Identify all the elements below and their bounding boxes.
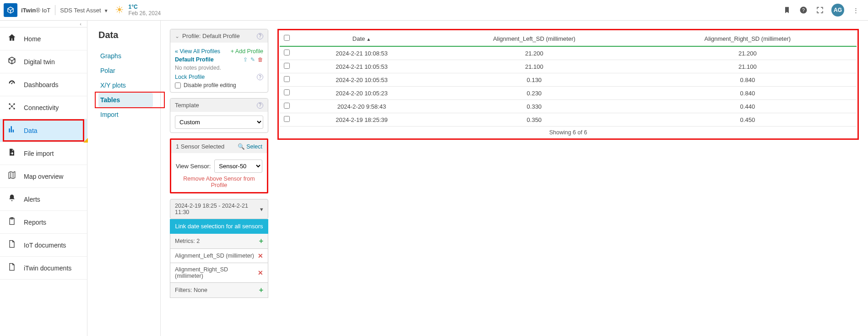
template-select[interactable]: Custom — [175, 116, 263, 129]
sensor-panel-title: 1 Sensor Selected — [176, 143, 224, 150]
avatar[interactable]: AG — [831, 4, 844, 17]
weather-date: Feb 26, 2024 — [129, 10, 161, 17]
cell-date: 2024-2-19 18:25:39 — [293, 113, 430, 127]
nav-item-itwin-documents[interactable]: iTwin documents — [0, 257, 87, 280]
top-header: iTwin® IoT SDS Test Asset▼ ☀ 1°C Feb 26,… — [0, 0, 868, 21]
nav-item-connectivity[interactable]: Connectivity — [0, 96, 87, 119]
add-profile-link[interactable]: + Add Profile — [231, 48, 263, 55]
template-panel-title: Template — [175, 102, 199, 109]
remove-sensor-link[interactable]: Remove Above Sensor from Profile — [176, 176, 262, 188]
cell-right: 0.440 — [639, 100, 857, 113]
indicator-icon — [83, 138, 88, 143]
table-row: 2024-2-20 9:58:430.3300.440 — [280, 100, 857, 113]
link-date-button[interactable]: Link date selection for all sensors — [170, 219, 268, 234]
remove-metric-button[interactable]: ✕ — [258, 269, 263, 276]
asset-selector[interactable]: SDS Test Asset▼ — [60, 7, 108, 14]
row-checkbox[interactable] — [284, 63, 290, 69]
divider — [55, 5, 55, 15]
row-checkbox[interactable] — [284, 116, 290, 122]
help-icon[interactable]: ? — [257, 74, 263, 80]
help-icon[interactable]: ? — [798, 5, 808, 15]
table-row: 2024-2-20 10:05:530.1300.840 — [280, 73, 857, 87]
template-panel: Template ? Custom — [170, 98, 268, 133]
col-header-right[interactable]: Alignment_Right_SD (millimeter) — [639, 31, 857, 46]
bookmark-icon[interactable] — [782, 5, 792, 15]
subnav-item-x-y-plots[interactable]: X/Y plots — [98, 78, 153, 93]
nav-item-label: Reports — [24, 219, 46, 226]
collapse-nav-button[interactable]: ‹ — [0, 21, 87, 28]
edit-icon[interactable]: ✎ — [250, 56, 255, 63]
nav-item-digital-twin[interactable]: Digital twin — [0, 50, 87, 73]
nav-item-label: Data — [24, 127, 38, 134]
table-row: 2024-2-19 18:25:390.3500.450 — [280, 113, 857, 127]
nav-item-label: Dashboards — [24, 81, 59, 88]
sensor-panel: 1 Sensor Selected 🔍 Select View Sensor: … — [170, 138, 268, 193]
nav-item-data[interactable]: Data — [0, 119, 87, 142]
row-checkbox[interactable] — [284, 103, 290, 109]
svg-text:?: ? — [802, 7, 805, 13]
product-name: iTwin® IoT — [21, 7, 50, 14]
metrics-header-row: Metrics: 2 + — [170, 234, 268, 249]
left-nav: ‹ HomeDigital twinDashboardsConnectivity… — [0, 21, 87, 336]
main-content: ⌄ Profile: Default Profile ? « View All … — [161, 21, 868, 336]
view-sensor-select[interactable]: Sensor-50 — [214, 160, 262, 173]
cell-date: 2024-2-20 10:05:23 — [293, 87, 430, 100]
cell-left: 21.100 — [430, 60, 639, 73]
add-filter-button[interactable]: + — [259, 286, 263, 294]
weather-temp: 1°C — [129, 4, 161, 10]
cell-date: 2024-2-21 10:05:53 — [293, 60, 430, 73]
fullscreen-icon[interactable] — [815, 5, 825, 15]
add-metric-button[interactable]: + — [259, 237, 263, 245]
share-icon[interactable]: ⇪ — [243, 56, 248, 63]
nav-item-alerts[interactable]: Alerts — [0, 188, 87, 211]
row-checkbox[interactable] — [284, 89, 290, 95]
metric-row: Alignment_Right_SD (millimeter) ✕ — [170, 263, 268, 283]
cell-right: 21.100 — [639, 60, 857, 73]
select-sensor-link[interactable]: 🔍 Select — [238, 143, 262, 150]
bell-icon — [7, 193, 18, 205]
subnav-item-graphs[interactable]: Graphs — [98, 49, 153, 63]
subnav-item-tables[interactable]: Tables — [98, 93, 153, 107]
sun-icon: ☀ — [115, 4, 124, 16]
sort-asc-icon: ▲ — [366, 37, 371, 42]
disable-editing-checkbox[interactable]: Disable profile editing — [175, 82, 263, 88]
help-icon[interactable]: ? — [257, 102, 263, 109]
row-checkbox[interactable] — [284, 76, 290, 82]
cell-right: 0.840 — [639, 87, 857, 100]
row-checkbox[interactable] — [284, 50, 290, 55]
filters-row: Filters: None + — [170, 283, 268, 298]
view-all-profiles-link[interactable]: « View All Profiles — [175, 48, 220, 55]
col-header-left[interactable]: Alignment_Left_SD (millimeter) — [430, 31, 639, 46]
nav-item-reports[interactable]: Reports — [0, 211, 87, 234]
cell-left: 0.230 — [430, 87, 639, 100]
cell-right: 21.200 — [639, 46, 857, 60]
bars-icon — [7, 125, 18, 136]
date-range-picker[interactable]: 2024-2-19 18:25 - 2024-2-21 11:30 ▾ — [170, 199, 268, 219]
more-icon[interactable]: ⋮ — [851, 5, 861, 15]
delete-icon[interactable]: 🗑 — [258, 56, 263, 63]
nav-item-file-import[interactable]: File import — [0, 142, 87, 165]
subnav-item-polar[interactable]: Polar — [98, 63, 153, 78]
chevron-down-icon[interactable]: ⌄ — [175, 33, 179, 39]
nav-item-dashboards[interactable]: Dashboards — [0, 73, 87, 96]
nav-item-label: IoT documents — [24, 242, 66, 249]
lock-profile-link[interactable]: Lock Profile — [175, 74, 205, 80]
nav-item-label: Digital twin — [24, 58, 55, 66]
select-all-checkbox[interactable] — [284, 35, 290, 41]
nav-item-map-overview[interactable]: Map overview — [0, 165, 87, 188]
fileimport-icon — [7, 148, 18, 159]
nav-item-iot-documents[interactable]: IoT documents — [0, 234, 87, 257]
col-header-date[interactable]: Date▲ — [293, 31, 430, 46]
view-sensor-label: View Sensor: — [176, 163, 211, 170]
nav-item-label: Connectivity — [24, 104, 59, 111]
profile-name-link[interactable]: Default Profile — [175, 56, 214, 63]
subnav-item-import[interactable]: Import — [98, 107, 153, 122]
doc-icon — [7, 239, 18, 251]
nav-item-label: File import — [24, 150, 54, 157]
remove-metric-button[interactable]: ✕ — [258, 252, 263, 259]
nav-item-home[interactable]: Home — [0, 28, 87, 50]
data-subnav: Data GraphsPolarX/Y plotsTablesImport — [87, 21, 161, 336]
data-table-panel: Date▲ Alignment_Left_SD (millimeter) Ali… — [277, 29, 859, 140]
help-icon[interactable]: ? — [257, 33, 263, 39]
disable-editing-input[interactable] — [175, 83, 181, 88]
